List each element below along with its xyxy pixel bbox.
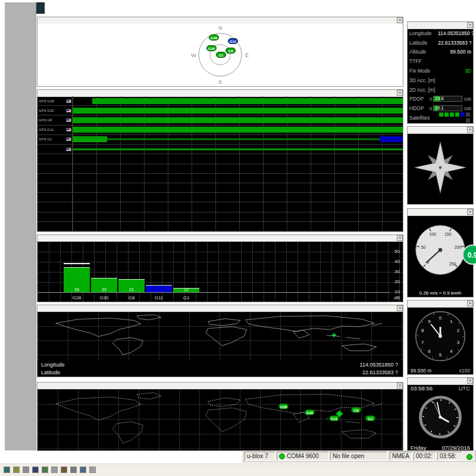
- chart-x-label: G8: [118, 295, 145, 300]
- position-map: + Longitude 114.05351850 ? Latitude 22.6…: [37, 312, 403, 377]
- toolbar-icon[interactable]: [70, 466, 77, 473]
- level-row-grid: [72, 115, 403, 124]
- toolbar-icon[interactable]: [51, 466, 58, 473]
- level-row-label: [37, 222, 72, 231]
- sky-view: N E S W G28G11G30G8G1: [37, 24, 403, 86]
- close-icon[interactable]: ×: [467, 127, 473, 133]
- status-led-icon: [466, 454, 472, 460]
- level-row-label: [37, 193, 72, 202]
- alti-digit-4: 4: [450, 349, 453, 354]
- altimeter-scale: x100: [459, 368, 470, 374]
- world-map-panel: × G28G30G11G8G1: [37, 382, 403, 451]
- flag-us-icon: [66, 109, 71, 112]
- close-icon[interactable]: ×: [397, 235, 403, 241]
- speed-caption: 0.26 m/s = 0.9 km/h: [408, 290, 473, 296]
- close-icon[interactable]: ×: [467, 22, 473, 28]
- world-position-panel: × + Longitude 114.05351850 ?: [37, 305, 403, 377]
- info-row-latitude: Latitude 22.61333583 ?: [408, 38, 473, 48]
- toolbar-icon[interactable]: [13, 466, 20, 473]
- level-row: GPS G30: [37, 106, 403, 115]
- level-row-label: [37, 212, 72, 221]
- toolbar-icon[interactable]: [61, 466, 67, 473]
- chart-baseline: [37, 292, 390, 293]
- alti-digit-5: 5: [439, 352, 442, 358]
- close-icon[interactable]: ×: [397, 17, 403, 23]
- toolbar-icon[interactable]: [4, 466, 10, 473]
- close-icon[interactable]: ×: [397, 90, 403, 96]
- longitude-value: 114.05351850 ?: [360, 362, 398, 368]
- speed-tick-200: 200: [455, 245, 462, 249]
- close-icon[interactable]: ×: [397, 383, 403, 389]
- signal-history-bar: [73, 108, 403, 114]
- toolbar-icon[interactable]: [32, 466, 39, 473]
- compass-west-label: W: [191, 52, 196, 58]
- level-row: [37, 222, 403, 231]
- status-protocol: NMEA: [390, 452, 412, 461]
- chart-x-label: G30: [91, 295, 117, 300]
- connection-led-icon: [279, 453, 285, 459]
- toolbar-icon[interactable]: [42, 466, 48, 473]
- data-values: Longitude 114.05351850 ? Latitude 22.613…: [408, 29, 473, 123]
- satellite-icon: G30: [206, 45, 217, 51]
- satellite-status-square: [455, 112, 459, 117]
- satellite-label: GPS G1: [39, 137, 52, 141]
- level-row-grid: [72, 212, 403, 221]
- chart-x-label: G28: [64, 295, 90, 300]
- close-icon[interactable]: ×: [397, 305, 403, 311]
- signal-strength-panel: × dB 33G2822G3021G8G1112G11020304050: [37, 234, 403, 302]
- alti-digit-7: 7: [421, 340, 424, 345]
- satellite-icon: G11: [228, 38, 238, 44]
- toolbar-icon[interactable]: [23, 466, 29, 473]
- info-row-fixmode: Fix Mode 3D: [408, 66, 473, 76]
- level-row: [37, 154, 403, 164]
- status-file: No file open: [330, 452, 387, 461]
- level-row: [37, 212, 403, 222]
- compass-north-label: N: [218, 25, 223, 31]
- level-row-grid: [72, 145, 403, 154]
- map-satellite-icon: G1: [365, 415, 375, 421]
- satellite-status-square: [461, 112, 465, 117]
- level-row: [37, 202, 403, 212]
- fix-mode-value: 3D: [438, 68, 471, 74]
- flag-us-icon: [66, 137, 71, 141]
- chart-y-label: 10: [394, 289, 400, 295]
- alti-digit-0: 0: [439, 315, 442, 321]
- clock-time: 03:58:56: [411, 385, 433, 392]
- map-satellite-icon: G28: [278, 403, 289, 409]
- signal-history-bar: [73, 127, 403, 133]
- satellite-icon: G1: [216, 52, 226, 58]
- ground-track-map: G28G30G11G8G1: [37, 389, 403, 450]
- chart-y-label: 40: [394, 259, 400, 264]
- level-row-grid: [72, 164, 403, 173]
- satellite-status-square: [439, 112, 443, 117]
- satellite-status-square: [450, 112, 454, 117]
- close-icon[interactable]: ×: [467, 378, 473, 384]
- chart-bar: 33: [64, 267, 90, 293]
- close-icon[interactable]: ×: [467, 300, 473, 306]
- close-icon[interactable]: ×: [467, 209, 473, 215]
- alti-digit-3: 3: [457, 340, 460, 345]
- speed-tick-150: 150: [444, 232, 452, 236]
- compass-panel: ×: [407, 126, 474, 205]
- signal-history-bar: [92, 98, 403, 104]
- info-row-altitude: Altitude 89.500 m: [408, 48, 473, 57]
- world-map: G28G30G11G8G1: [37, 389, 403, 450]
- bar-value-label: 22: [91, 287, 117, 292]
- satellite-label: GPS G11: [39, 128, 54, 131]
- level-row-label: GPS G1: [37, 135, 72, 144]
- info-row-satellites: Satellites: [408, 113, 473, 123]
- level-row: [37, 164, 403, 174]
- altitude-panel: × 0 1 2 3 4 5 6 7 8 9: [407, 300, 474, 375]
- chart-bar: 12: [173, 288, 199, 292]
- satellite-icon: G8: [226, 48, 236, 54]
- info-row-ttff: TTFF: [408, 57, 473, 66]
- level-row-grid: [72, 154, 403, 163]
- clock: 03:58:56 UTC Friday 07/29/2016: [408, 384, 473, 452]
- chart-bar: [146, 285, 172, 292]
- toolbar-icon[interactable]: [80, 466, 86, 473]
- level-row-label: [37, 164, 72, 173]
- toolbar-icon[interactable]: [89, 466, 96, 473]
- clock-header: 03:58:56 UTC: [408, 385, 473, 392]
- world-outline: [37, 389, 403, 450]
- flag-us-icon: [66, 128, 71, 131]
